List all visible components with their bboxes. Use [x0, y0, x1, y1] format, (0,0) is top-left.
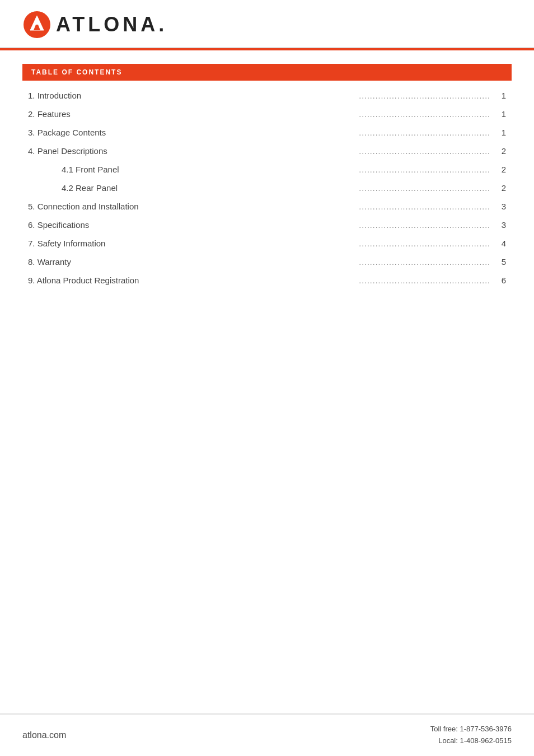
toc-item-page: 5	[495, 257, 506, 267]
toc-item-label: 5. Connection and Installation	[28, 202, 174, 211]
footer-website: atlona.com	[22, 730, 66, 740]
toc-item-page: 1	[495, 128, 506, 137]
toc-item-page: 2	[495, 146, 506, 156]
toc-row: 4.1 Front Panel.........................…	[28, 165, 506, 174]
page-footer: atlona.com Toll free: 1-877-536-3976 Loc…	[0, 713, 534, 756]
footer-toll-free: Toll free: 1-877-536-3976	[430, 724, 512, 735]
toc-item-label: 7. Safety Information	[28, 239, 174, 248]
toc-title: TABLE OF CONTENTS	[22, 64, 512, 81]
toc-item-label: 3. Package Contents	[28, 128, 174, 137]
logo-text: ATLONA.	[56, 13, 167, 36]
toc-item-dots: ........................................…	[174, 184, 495, 193]
toc-item-label: 6. Specifications	[28, 220, 174, 230]
toc-row: 8. Warranty.............................…	[28, 257, 506, 267]
toc-row: 7. Safety Information...................…	[28, 239, 506, 248]
footer-contact: Toll free: 1-877-536-3976 Local: 1-408-9…	[430, 724, 512, 747]
toc-item-dots: ........................................…	[174, 239, 495, 248]
toc-item-label: 4.2 Rear Panel	[28, 183, 174, 193]
toc-row: 4. Panel Descriptions...................…	[28, 146, 506, 156]
toc-item-page: 4	[495, 239, 506, 248]
accent-line	[0, 48, 534, 50]
toc-row: 3. Package Contents.....................…	[28, 128, 506, 137]
toc-row: 2. Features.............................…	[28, 109, 506, 119]
toc-item-label: 4. Panel Descriptions	[28, 146, 174, 156]
toc-item-dots: ........................................…	[174, 202, 495, 211]
toc-item-label: 9. Atlona Product Registration	[28, 276, 174, 285]
toc-row: 6. Specifications.......................…	[28, 220, 506, 230]
toc-item-label: 4.1 Front Panel	[28, 165, 174, 174]
toc-item-dots: ........................................…	[174, 258, 495, 267]
toc-item-label: 2. Features	[28, 109, 174, 119]
toc-item-dots: ........................................…	[174, 91, 495, 100]
toc-row: 4.2 Rear Panel..........................…	[28, 183, 506, 193]
toc-row: 5. Connection and Installation..........…	[28, 202, 506, 211]
atlona-logo-icon	[22, 10, 51, 39]
footer-local: Local: 1-408-962-0515	[430, 735, 512, 747]
toc-item-label: 8. Warranty	[28, 257, 174, 267]
toc-section: TABLE OF CONTENTS 1. Introduction.......…	[0, 64, 534, 285]
toc-item-page: 2	[495, 165, 506, 174]
toc-item-page: 3	[495, 220, 506, 230]
toc-item-dots: ........................................…	[174, 276, 495, 285]
toc-item-dots: ........................................…	[174, 110, 495, 119]
toc-row: 1. Introduction.........................…	[28, 91, 506, 100]
toc-table: 1. Introduction.........................…	[22, 91, 512, 285]
toc-item-page: 1	[495, 109, 506, 119]
toc-item-dots: ........................................…	[174, 221, 495, 230]
toc-row: 9. Atlona Product Registration..........…	[28, 276, 506, 285]
toc-item-page: 1	[495, 91, 506, 100]
toc-item-page: 2	[495, 183, 506, 193]
toc-item-dots: ........................................…	[174, 128, 495, 137]
toc-item-page: 3	[495, 202, 506, 211]
toc-item-dots: ........................................…	[174, 147, 495, 156]
logo-container: ATLONA.	[22, 10, 167, 39]
toc-item-page: 6	[495, 276, 506, 285]
page-header: ATLONA.	[0, 0, 534, 48]
toc-item-dots: ........................................…	[174, 165, 495, 174]
toc-item-label: 1. Introduction	[28, 91, 174, 100]
